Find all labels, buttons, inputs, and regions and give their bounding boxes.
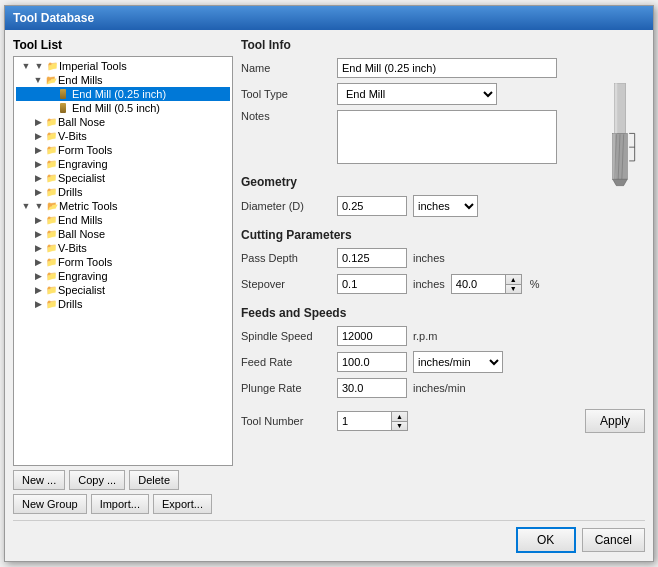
tree-item-m-end-mills[interactable]: ▶ 📁 End Mills xyxy=(16,213,230,227)
feeds-speeds-title: Feeds and Speeds xyxy=(241,306,645,320)
tree-item-v-bits[interactable]: ▶ 📁 V-Bits xyxy=(16,129,230,143)
svg-rect-6 xyxy=(615,83,618,133)
tool-number-spin-up[interactable]: ▲ xyxy=(392,412,407,422)
tree-label-025: End Mill (0.25 inch) xyxy=(72,88,166,100)
tree-item-m-engraving[interactable]: ▶ 📁 Engraving xyxy=(16,269,230,283)
cancel-button[interactable]: Cancel xyxy=(582,528,645,552)
name-input[interactable] xyxy=(337,58,557,78)
folder-mft: 📁 xyxy=(45,256,57,268)
tree-label-metric: Metric Tools xyxy=(59,200,117,212)
tree-item-engraving[interactable]: ▶ 📁 Engraving xyxy=(16,157,230,171)
pass-depth-input[interactable] xyxy=(337,248,407,268)
export-button[interactable]: Export... xyxy=(153,494,212,514)
tree-label-form-tools: Form Tools xyxy=(58,144,112,156)
tree-item-form-tools[interactable]: ▶ 📁 Form Tools xyxy=(16,143,230,157)
stepover-percent-spinbox: ▲ ▼ xyxy=(451,274,522,294)
tree-label-m-specialist: Specialist xyxy=(58,284,105,296)
tree-item-m-drills[interactable]: ▶ 📁 Drills xyxy=(16,297,230,311)
bottom-buttons: OK Cancel xyxy=(13,520,645,553)
expand-icon2: ▼ xyxy=(33,60,45,72)
stepover-percent-arrows: ▲ ▼ xyxy=(506,274,522,294)
folder-dr: 📁 xyxy=(45,186,57,198)
diameter-row: Diameter (D) inches mm xyxy=(241,195,645,217)
diameter-input[interactable] xyxy=(337,196,407,216)
name-label: Name xyxy=(241,62,331,74)
exp-bn: ▶ xyxy=(32,116,44,128)
tool-icon-05 xyxy=(57,102,69,114)
svg-rect-7 xyxy=(613,133,616,179)
tree-item-specialist[interactable]: ▶ 📁 Specialist xyxy=(16,171,230,185)
ok-button[interactable]: OK xyxy=(516,527,576,553)
feed-rate-label: Feed Rate xyxy=(241,356,331,368)
geometry-title: Geometry xyxy=(241,175,645,189)
tree-item-imperial-root[interactable]: ▼ ▼ 📁 Imperial Tools xyxy=(16,59,230,73)
folder-meng: 📁 xyxy=(45,270,57,282)
tool-image-area xyxy=(595,78,645,198)
tree-item-end-mills[interactable]: ▼ 📂 End Mills xyxy=(16,73,230,87)
delete-button[interactable]: Delete xyxy=(129,470,179,490)
tool-info-section: Tool Info Name Tool Type End Mill Ball N… xyxy=(241,38,645,169)
new-button[interactable]: New ... xyxy=(13,470,65,490)
left-btn-row-2: New Group Import... Export... xyxy=(13,494,233,514)
tree-item-drills[interactable]: ▶ 📁 Drills xyxy=(16,185,230,199)
exp-sp: ▶ xyxy=(32,172,44,184)
notes-textarea[interactable] xyxy=(337,110,557,164)
geometry-section: Geometry Diameter (D) inches mm xyxy=(241,175,645,222)
plunge-rate-row: Plunge Rate inches/min xyxy=(241,378,645,398)
tree-label-engraving: Engraving xyxy=(58,158,108,170)
new-group-button[interactable]: New Group xyxy=(13,494,87,514)
feed-rate-input[interactable] xyxy=(337,352,407,372)
spindle-speed-input[interactable] xyxy=(337,326,407,346)
svg-marker-5 xyxy=(613,179,628,185)
tool-image xyxy=(600,83,640,193)
tool-icon-025 xyxy=(57,88,69,100)
diameter-unit-select[interactable]: inches mm xyxy=(413,195,478,217)
folder-icon-em: 📂 xyxy=(45,74,57,86)
tree-item-m-specialist[interactable]: ▶ 📁 Specialist xyxy=(16,283,230,297)
stepover-spin-down[interactable]: ▼ xyxy=(506,285,521,294)
stepover-input[interactable] xyxy=(337,274,407,294)
tree-item-metric-root[interactable]: ▼ ▼ 📂 Metric Tools xyxy=(16,199,230,213)
tree-label-m-form-tools: Form Tools xyxy=(58,256,112,268)
spacer2 xyxy=(44,102,56,114)
feed-rate-row: Feed Rate inches/min mm/min xyxy=(241,351,645,373)
copy-button[interactable]: Copy ... xyxy=(69,470,125,490)
spacer1 xyxy=(44,88,56,100)
left-btn-row-1: New ... Copy ... Delete xyxy=(13,470,233,490)
tree-item-m-ball-nose[interactable]: ▶ 📁 Ball Nose xyxy=(16,227,230,241)
dialog-body: Tool List ▼ ▼ 📁 Imperial Tools ▼ 📂 End M… xyxy=(5,30,653,561)
notes-row: Notes xyxy=(241,110,645,164)
plunge-rate-input[interactable] xyxy=(337,378,407,398)
exp-dr: ▶ xyxy=(32,186,44,198)
tree-container[interactable]: ▼ ▼ 📁 Imperial Tools ▼ 📂 End Mills xyxy=(13,56,233,466)
import-button[interactable]: Import... xyxy=(91,494,149,514)
tool-number-input[interactable] xyxy=(337,411,392,431)
diameter-label: Diameter (D) xyxy=(241,200,331,212)
tree-item-m-v-bits[interactable]: ▶ 📁 V-Bits xyxy=(16,241,230,255)
title-bar: Tool Database xyxy=(5,6,653,30)
tree-item-m-form-tools[interactable]: ▶ 📁 Form Tools xyxy=(16,255,230,269)
folder-mdr: 📁 xyxy=(45,298,57,310)
left-panel: Tool List ▼ ▼ 📁 Imperial Tools ▼ 📂 End M… xyxy=(13,38,233,514)
apply-button[interactable]: Apply xyxy=(585,409,645,433)
exp-mvb: ▶ xyxy=(32,242,44,254)
exp-mem: ▶ xyxy=(32,214,44,226)
cutting-title: Cutting Parameters xyxy=(241,228,645,242)
tree-item-end-mill-05[interactable]: End Mill (0.5 inch) xyxy=(16,101,230,115)
exp-meng: ▶ xyxy=(32,270,44,282)
stepover-spin-up[interactable]: ▲ xyxy=(506,275,521,285)
tree-item-ball-nose[interactable]: ▶ 📁 Ball Nose xyxy=(16,115,230,129)
tree-item-end-mill-025[interactable]: End Mill (0.25 inch) xyxy=(16,87,230,101)
dialog-title: Tool Database xyxy=(13,11,94,25)
exp-met1: ▼ xyxy=(20,200,32,212)
stepover-row: Stepover inches ▲ ▼ % xyxy=(241,274,645,294)
tool-info-title: Tool Info xyxy=(241,38,645,52)
tool-type-select[interactable]: End Mill Ball Nose V-Bit Engraving Drill xyxy=(337,83,497,105)
feed-rate-unit-select[interactable]: inches/min mm/min xyxy=(413,351,503,373)
tree-label-m-end-mills: End Mills xyxy=(58,214,103,226)
folder-mbn: 📁 xyxy=(45,228,57,240)
tree-label-m-v-bits: V-Bits xyxy=(58,242,87,254)
stepover-percent-input[interactable] xyxy=(451,274,506,294)
tool-number-spin-down[interactable]: ▼ xyxy=(392,422,407,431)
exp-mft: ▶ xyxy=(32,256,44,268)
